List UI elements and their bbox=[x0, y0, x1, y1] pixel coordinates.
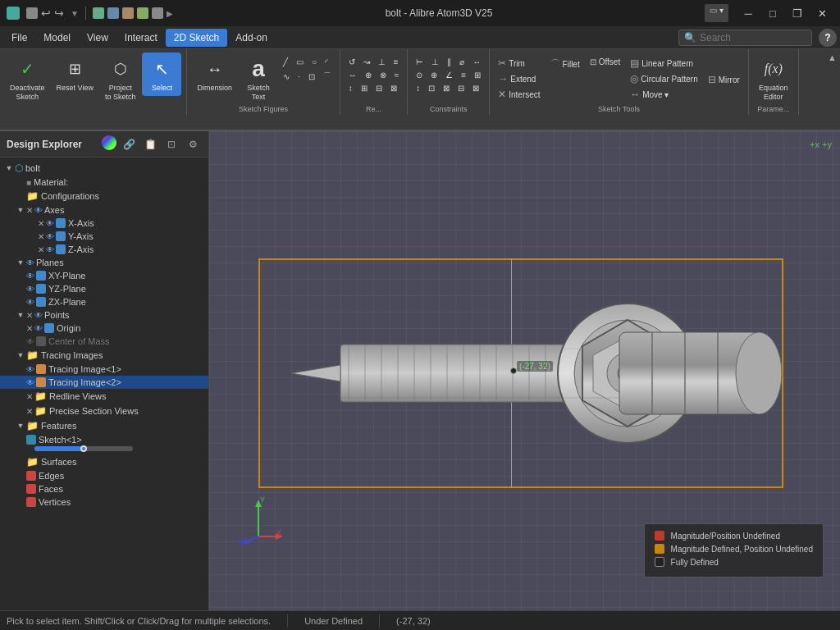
tree-item-points[interactable]: ▼ ✕ 👁 Points bbox=[0, 308, 208, 322]
circular-pattern-button[interactable]: ◎Circular Pattern bbox=[627, 71, 701, 86]
tree-item-features[interactable]: ▼ 📁 Features bbox=[0, 418, 208, 433]
tree-item-sketch-1[interactable]: Sketch<1> bbox=[0, 433, 208, 446]
tree-expand-axes[interactable]: ▼ bbox=[15, 206, 26, 214]
maximize-button[interactable]: □ bbox=[761, 4, 784, 22]
re-btn-8[interactable]: ≈ bbox=[391, 69, 403, 81]
tree-expand-planes[interactable]: ▼ bbox=[15, 258, 26, 267]
tree-item-tracing-image-2[interactable]: 👁 Tracing Image<2> bbox=[0, 376, 208, 389]
sidebar-icon-link[interactable]: 🔗 bbox=[120, 135, 138, 153]
con-btn-1[interactable]: ⊢ bbox=[413, 56, 427, 68]
line-button[interactable]: ╱ bbox=[280, 56, 291, 68]
tree-item-planes[interactable]: ▼ 👁 Planes bbox=[0, 256, 208, 269]
deactivate-sketch-button[interactable]: ✓ Deactivate Sketch bbox=[5, 52, 50, 105]
con-btn-7[interactable]: ⊕ bbox=[427, 69, 441, 81]
reset-view-button[interactable]: ⊞ Reset View bbox=[52, 52, 98, 96]
spline-button[interactable]: ∿ bbox=[280, 69, 293, 84]
tree-item-x-axis[interactable]: ✕ 👁 X-Axis bbox=[0, 217, 208, 230]
con-btn-9[interactable]: ≡ bbox=[458, 69, 469, 81]
menu-addon[interactable]: Add-on bbox=[227, 29, 276, 47]
offset-tool-button[interactable]: ⊡Offset bbox=[587, 56, 624, 68]
extend-button[interactable]: →Extend bbox=[495, 71, 543, 86]
offset-button[interactable] bbox=[547, 74, 583, 90]
tree-item-material[interactable]: ■ Material: bbox=[0, 176, 208, 189]
tree-expand-points[interactable]: ▼ bbox=[15, 311, 26, 319]
equation-editor-button[interactable]: f(x) EquationEditor bbox=[754, 52, 793, 105]
save-icon[interactable] bbox=[26, 7, 38, 19]
tree-item-precise-section-views[interactable]: ✕ 📁 Precise Section Views bbox=[0, 404, 208, 418]
linear-pattern-button[interactable]: ▤Linear Pattern bbox=[627, 56, 701, 71]
re-btn-7[interactable]: ⊗ bbox=[377, 69, 390, 81]
tree-item-axes[interactable]: ▼ ✕ 👁 Axes bbox=[0, 203, 208, 217]
con-btn-11[interactable]: ↕ bbox=[413, 82, 423, 94]
con-btn-5[interactable]: ↔ bbox=[469, 56, 484, 68]
tree-item-tracing-images[interactable]: ▼ 📁 Tracing Images bbox=[0, 348, 208, 363]
help-button[interactable]: ? bbox=[819, 29, 837, 47]
sidebar-icon-settings[interactable]: ⚙ bbox=[184, 135, 202, 153]
con-btn-10[interactable]: ⊞ bbox=[471, 69, 484, 81]
select-button[interactable]: ↖ Select bbox=[142, 52, 181, 96]
undo-icon[interactable]: ↩ bbox=[41, 7, 51, 20]
re-btn-6[interactable]: ⊕ bbox=[362, 69, 375, 81]
con-btn-4[interactable]: ⌀ bbox=[456, 56, 468, 68]
menu-2d-sketch[interactable]: 2D Sketch bbox=[166, 29, 227, 47]
con-btn-8[interactable]: ∠ bbox=[442, 69, 456, 81]
sketch-text-button[interactable]: a SketchText bbox=[239, 52, 278, 105]
tree-item-faces[interactable]: Faces bbox=[0, 482, 208, 495]
project-to-sketch-button[interactable]: ⬡ Project to Sketch bbox=[100, 52, 141, 105]
tree-item-vertices[interactable]: Vertices bbox=[0, 495, 208, 509]
tree-item-zx-plane[interactable]: 👁 ZX-Plane bbox=[0, 295, 208, 308]
re-btn-2[interactable]: ↝ bbox=[360, 56, 373, 68]
model-icon-tb[interactable] bbox=[107, 7, 119, 19]
feature-icon-tb[interactable] bbox=[137, 7, 148, 19]
menu-file[interactable]: File bbox=[3, 29, 35, 47]
tree-item-redline-views[interactable]: ✕ 📁 Redline Views bbox=[0, 389, 208, 404]
sidebar-icon-color[interactable] bbox=[102, 135, 116, 150]
tree-item-y-axis[interactable]: ✕ 👁 Y-Axis bbox=[0, 230, 208, 243]
mirror-button[interactable]: ⊟Mirror bbox=[705, 72, 743, 87]
close-button[interactable]: ✕ bbox=[810, 4, 833, 22]
tree-expand-features[interactable]: ▼ bbox=[15, 422, 26, 430]
con-btn-6[interactable]: ⊙ bbox=[413, 69, 426, 81]
window-mode-btn[interactable]: ▭ ▾ bbox=[705, 4, 728, 22]
search-input[interactable] bbox=[700, 32, 806, 43]
menu-model[interactable]: Model bbox=[35, 29, 79, 47]
menu-view[interactable]: View bbox=[79, 29, 116, 47]
minimize-button[interactable]: ─ bbox=[737, 4, 760, 22]
re-btn-12[interactable]: ⊠ bbox=[387, 82, 400, 94]
con-btn-13[interactable]: ⊠ bbox=[440, 82, 453, 94]
sketch-icon-tb[interactable] bbox=[122, 7, 134, 19]
restore-button[interactable]: ❐ bbox=[786, 4, 809, 22]
tree-item-tracing-image-1[interactable]: 👁 Tracing Image<1> bbox=[0, 363, 208, 376]
tree-item-surfaces[interactable]: 📁 Surfaces bbox=[0, 454, 208, 469]
sidebar-icon-tree[interactable]: 📋 bbox=[141, 135, 159, 153]
rect-button[interactable]: ▭ bbox=[293, 56, 307, 68]
tree-item-origin[interactable]: ✕ 👁 Origin bbox=[0, 322, 208, 335]
tree-item-xy-plane[interactable]: 👁 XY-Plane bbox=[0, 269, 208, 282]
arc-button[interactable]: ◜ bbox=[322, 56, 331, 68]
sketch1-progress-handle[interactable] bbox=[80, 445, 87, 452]
con-btn-12[interactable]: ⊡ bbox=[425, 82, 438, 94]
con-btn-3[interactable]: ∥ bbox=[444, 56, 454, 68]
re-btn-11[interactable]: ⊟ bbox=[372, 82, 386, 94]
menu-interact[interactable]: Interact bbox=[116, 29, 166, 47]
tree-item-bolt[interactable]: ▼ ⬡ bolt bbox=[0, 161, 208, 176]
intersect-button[interactable]: ✕Intersect bbox=[495, 87, 543, 102]
tree-item-edges[interactable]: Edges bbox=[0, 469, 208, 482]
move-button[interactable]: ↔Move ▾ bbox=[627, 87, 701, 102]
sidebar-icon-frame[interactable]: ⊡ bbox=[162, 135, 180, 153]
tree-item-yz-plane[interactable]: 👁 YZ-Plane bbox=[0, 282, 208, 295]
viewport[interactable]: +x +y bbox=[209, 131, 840, 610]
re-btn-9[interactable]: ↕ bbox=[345, 82, 356, 94]
re-btn-4[interactable]: ≡ bbox=[390, 56, 402, 68]
re-btn-10[interactable]: ⊞ bbox=[358, 82, 371, 94]
more-icon-tb[interactable] bbox=[152, 7, 163, 19]
dimension-button[interactable]: ↔ Dimension bbox=[192, 52, 237, 96]
offset-sk-button[interactable]: ⊡ bbox=[305, 69, 318, 84]
tree-expand-bolt[interactable]: ▼ bbox=[3, 164, 15, 172]
tree-expand-tracing-images[interactable]: ▼ bbox=[15, 351, 26, 359]
tree-item-configurations[interactable]: 📁 Configurations bbox=[0, 189, 208, 203]
con-btn-2[interactable]: ⊥ bbox=[428, 56, 442, 68]
redo-icon[interactable]: ↪ bbox=[54, 7, 64, 20]
con-btn-14[interactable]: ⊟ bbox=[454, 82, 468, 94]
view-icon-tb[interactable] bbox=[93, 7, 104, 19]
